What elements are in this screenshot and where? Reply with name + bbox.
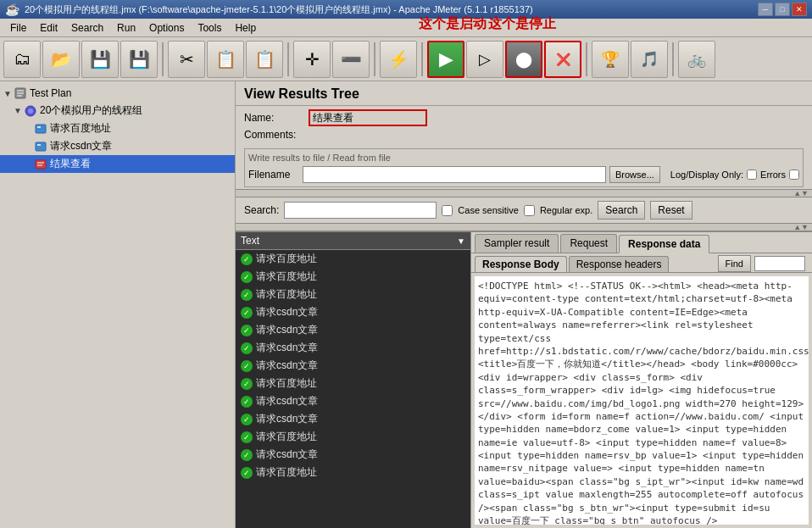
- status-icon-11: ✓: [241, 449, 253, 461]
- subtab-response-body[interactable]: Response Body: [475, 256, 567, 272]
- close-button[interactable]: ✕: [792, 3, 807, 16]
- tab-response-data[interactable]: Response data: [619, 235, 709, 253]
- minimize-button[interactable]: ─: [758, 3, 773, 16]
- menu-search[interactable]: Search: [64, 19, 110, 36]
- extra-button[interactable]: 🚲: [678, 41, 715, 78]
- search-button[interactable]: Search: [598, 201, 645, 220]
- find-button[interactable]: Find: [718, 255, 751, 272]
- menu-tools[interactable]: Tools: [191, 19, 228, 36]
- copy-button[interactable]: 📋: [207, 41, 244, 78]
- lower-panel: Text ▼ ✓ 请求百度地址 ✓ 请求百度地址 ✓ 请求百度地址: [236, 231, 812, 528]
- comments-label: Comments:: [244, 129, 303, 141]
- status-icon-0: ✓: [241, 253, 253, 265]
- list-item[interactable]: ✓ 请求百度地址: [236, 268, 470, 286]
- main-layout: ▼ Test Plan ▼ 20个模拟用户的线程组 请求百度地址: [0, 81, 812, 528]
- open-button[interactable]: 📂: [42, 41, 80, 78]
- cut-button[interactable]: ✂: [168, 41, 205, 78]
- list-item[interactable]: ✓ 请求csdn文章: [236, 410, 470, 428]
- regular-exp-checkbox[interactable]: [524, 205, 535, 216]
- maximize-button[interactable]: □: [775, 3, 790, 16]
- menu-edit[interactable]: Edit: [33, 19, 64, 36]
- tab-sampler-result[interactable]: Sampler result: [475, 234, 559, 253]
- status-icon-12: ✓: [241, 467, 253, 479]
- name-row: Name:: [244, 109, 804, 126]
- list-item-label: 请求csdn文章: [256, 305, 318, 320]
- list-item[interactable]: ✓ 请求csdn文章: [236, 446, 470, 464]
- log-display-label: Log/Display Only:: [670, 170, 743, 180]
- status-icon-10: ✓: [241, 431, 253, 443]
- start-annotation: 这个是启动: [419, 15, 487, 33]
- tab-request[interactable]: Request: [560, 234, 617, 253]
- response-content: <!DOCTYPE html> <!--STATUS OK--><html> <…: [478, 281, 809, 525]
- expand-arrow-2: ▼: [14, 106, 24, 115]
- search-input[interactable]: [284, 202, 437, 219]
- sidebar-item-results[interactable]: 结果查看: [0, 155, 235, 173]
- search-row: Search: Case sensitive Regular exp. Sear…: [236, 197, 812, 223]
- list-item-label: 请求百度地址: [256, 252, 317, 266]
- paste-button[interactable]: 📋: [246, 41, 283, 78]
- find-input[interactable]: [754, 256, 805, 271]
- reset-button[interactable]: Reset: [650, 201, 692, 220]
- results-icon: [34, 158, 47, 171]
- response-body[interactable]: <!DOCTYPE html> <!--STATUS OK--><html> <…: [475, 276, 809, 525]
- start-no-pause-button[interactable]: ▷: [466, 41, 503, 78]
- list-item-label: 请求百度地址: [256, 287, 317, 302]
- sidebar-item-baidu[interactable]: 请求百度地址: [0, 119, 235, 137]
- filename-input[interactable]: [303, 166, 606, 183]
- errors-only-checkbox[interactable]: [789, 170, 799, 180]
- search-label: Search:: [244, 204, 279, 216]
- remote-stop-button[interactable]: 🎵: [631, 41, 668, 78]
- panel-form: Name: Comments:: [236, 106, 812, 147]
- case-sensitive-label: Case sensitive: [458, 205, 519, 215]
- browse-button[interactable]: Browse...: [609, 166, 660, 183]
- new-button[interactable]: 🗂: [3, 41, 41, 78]
- list-item[interactable]: ✓ 请求百度地址: [236, 464, 470, 481]
- list-header: Text ▼: [236, 232, 470, 250]
- list-item[interactable]: ✓ 请求csdn文章: [236, 357, 470, 375]
- sub-tabs: Response Body Response headers Find: [471, 253, 812, 273]
- list-item[interactable]: ✓ 请求百度地址: [236, 428, 470, 446]
- list-item[interactable]: ✓ 请求csdn文章: [236, 303, 470, 321]
- threadgroup-icon: [24, 104, 37, 118]
- save-button[interactable]: 💾: [120, 41, 158, 78]
- request-icon: [34, 122, 47, 136]
- remove-button[interactable]: ➖: [332, 41, 370, 78]
- list-item[interactable]: ✓ 请求百度地址: [236, 250, 470, 268]
- name-input[interactable]: [309, 109, 427, 126]
- regular-exp-label: Regular exp.: [540, 205, 592, 215]
- errors-checkbox[interactable]: [747, 170, 757, 180]
- stop-annotation: 这个是停止: [488, 15, 556, 33]
- list-item[interactable]: ✓ 请求百度地址: [236, 286, 470, 303]
- menu-file[interactable]: File: [3, 19, 33, 36]
- save-as-button[interactable]: 💾: [81, 41, 119, 78]
- debug-button[interactable]: ⚡: [380, 41, 417, 78]
- menu-run[interactable]: Run: [110, 19, 142, 36]
- separator-5: [586, 42, 587, 76]
- list-item[interactable]: ✓ 请求百度地址: [236, 375, 470, 392]
- list-item[interactable]: ✓ 请求csdn文章: [236, 339, 470, 357]
- list-item[interactable]: ✓ 请求csdn文章: [236, 321, 470, 339]
- sidebar-item-threadgroup[interactable]: ▼ 20个模拟用户的线程组: [0, 102, 235, 119]
- find-row: Find: [718, 255, 809, 272]
- add-button[interactable]: ✛: [293, 41, 331, 78]
- remote-start-button[interactable]: 🏆: [592, 41, 629, 78]
- start-button[interactable]: ▶: [427, 41, 464, 78]
- sidebar-item-csdn[interactable]: 请求csdn文章: [0, 137, 235, 155]
- start-area: ▶ 这个是启动: [427, 41, 464, 78]
- list-sort-arrow[interactable]: ▼: [457, 236, 465, 246]
- list-scroll[interactable]: ✓ 请求百度地址 ✓ 请求百度地址 ✓ 请求百度地址 ✓ 请求csdn文章: [236, 250, 470, 528]
- content-area: View Results Tree Name: Comments: Write …: [236, 81, 812, 528]
- case-sensitive-checkbox[interactable]: [442, 205, 453, 216]
- subtab-response-headers[interactable]: Response headers: [569, 256, 670, 272]
- clear-button[interactable]: ❌: [544, 41, 581, 78]
- stop-button[interactable]: ⬤: [505, 41, 542, 78]
- sidebar-item-testplan[interactable]: ▼ Test Plan: [0, 85, 235, 102]
- menu-help[interactable]: Help: [228, 19, 263, 36]
- menu-options[interactable]: Options: [142, 19, 191, 36]
- status-icon-5: ✓: [241, 342, 253, 354]
- divider-1: ▲▼: [236, 189, 812, 197]
- testplan-label: Test Plan: [30, 87, 71, 99]
- window-controls: ─ □ ✕: [758, 3, 807, 16]
- comments-row: Comments:: [244, 129, 804, 141]
- list-item[interactable]: ✓ 请求csdn文章: [236, 392, 470, 410]
